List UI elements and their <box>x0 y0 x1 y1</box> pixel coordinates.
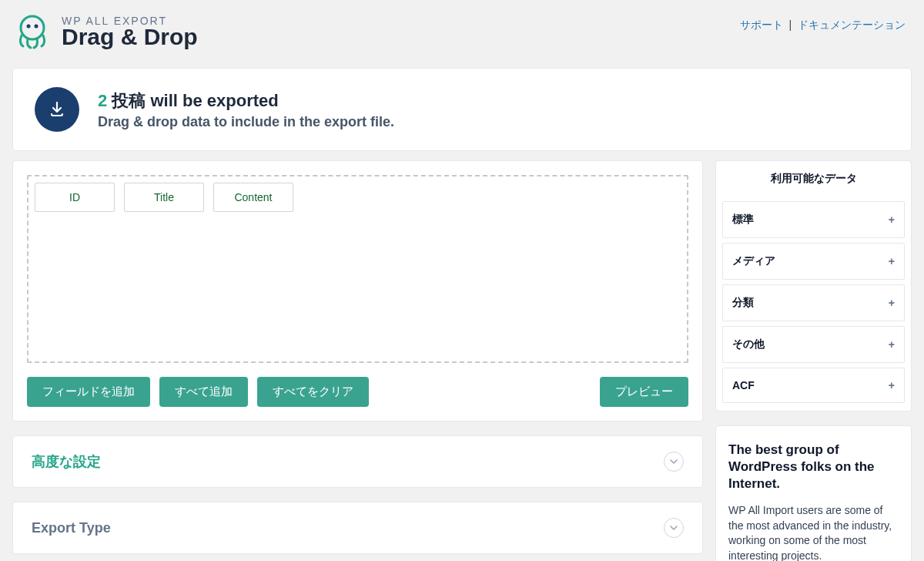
button-row: フィールドを追加 すべて追加 すべてをクリア プレビュー <box>27 377 688 407</box>
plus-icon: + <box>889 255 895 267</box>
main-row: ID Title Content フィールドを追加 すべて追加 すべてをクリア … <box>0 160 924 561</box>
brand-big: Drag & Drop <box>62 24 198 50</box>
builder-panel: ID Title Content フィールドを追加 すべて追加 すべてをクリア … <box>12 160 703 422</box>
data-group-taxonomy[interactable]: 分類 + <box>722 284 905 321</box>
field-chip[interactable]: Content <box>213 183 293 212</box>
preview-button[interactable]: プレビュー <box>600 377 688 407</box>
data-group-other[interactable]: その他 + <box>722 326 905 363</box>
brand: WP ALL EXPORT Drag & Drop <box>12 12 198 52</box>
promo-title: The best group of WordPress folks on the… <box>728 442 899 492</box>
data-group-acf[interactable]: ACF + <box>722 368 905 403</box>
export-type-panel[interactable]: Export Type <box>12 502 703 554</box>
field-dropzone[interactable]: ID Title Content <box>27 175 688 363</box>
data-group-standard[interactable]: 標準 + <box>722 201 905 238</box>
data-group-media[interactable]: メディア + <box>722 243 905 280</box>
promo-paragraph: WP All Import users are some of the most… <box>728 503 899 561</box>
data-group-label: その他 <box>732 338 765 351</box>
download-icon <box>35 87 79 132</box>
intro-text: 2 投稿 will be exported Drag & drop data t… <box>98 89 394 130</box>
intro-title: 2 投稿 will be exported <box>98 89 394 113</box>
right-column: 利用可能なデータ 標準 + メディア + 分類 + その他 + ACF + <box>715 160 912 561</box>
chevron-down-icon <box>664 518 684 538</box>
left-column: ID Title Content フィールドを追加 すべて追加 すべてをクリア … <box>12 160 703 554</box>
export-count: 2 <box>98 91 107 110</box>
link-separator: | <box>788 18 792 31</box>
advanced-settings-title: 高度な設定 <box>32 452 101 471</box>
brand-text: WP ALL EXPORT Drag & Drop <box>62 15 198 50</box>
header-links: サポート | ドキュメンテーション <box>740 18 906 32</box>
support-link[interactable]: サポート <box>740 18 783 31</box>
spacer <box>378 377 591 407</box>
intro-panel: 2 投稿 will be exported Drag & drop data t… <box>12 68 912 151</box>
plus-icon: + <box>889 297 895 309</box>
field-chip[interactable]: Title <box>124 183 204 212</box>
data-group-label: メディア <box>732 254 775 268</box>
field-chip[interactable]: ID <box>35 183 115 212</box>
add-field-button[interactable]: フィールドを追加 <box>27 377 150 407</box>
data-group-label: 分類 <box>732 296 754 310</box>
svg-point-1 <box>27 25 31 29</box>
logo-icon <box>12 12 52 52</box>
available-data-header: 利用可能なデータ <box>716 161 911 197</box>
svg-point-2 <box>35 25 38 29</box>
intro-title-rest: 投稿 will be exported <box>107 91 278 110</box>
promo-panel: The best group of WordPress folks on the… <box>715 425 912 561</box>
documentation-link[interactable]: ドキュメンテーション <box>798 18 906 31</box>
svg-point-0 <box>21 16 44 39</box>
data-group-label: 標準 <box>732 213 754 227</box>
available-data-panel: 利用可能なデータ 標準 + メディア + 分類 + その他 + ACF + <box>715 160 912 412</box>
clear-all-button[interactable]: すべてをクリア <box>257 377 369 407</box>
export-type-title: Export Type <box>32 520 111 536</box>
data-group-label: ACF <box>732 379 755 391</box>
advanced-settings-panel[interactable]: 高度な設定 <box>12 435 703 488</box>
plus-icon: + <box>889 379 895 391</box>
add-all-button[interactable]: すべて追加 <box>159 377 248 407</box>
intro-subtitle: Drag & drop data to include in the expor… <box>98 114 394 130</box>
page-header: WP ALL EXPORT Drag & Drop サポート | ドキュメンテー… <box>0 0 924 59</box>
plus-icon: + <box>889 213 895 226</box>
chevron-down-icon <box>664 452 684 472</box>
plus-icon: + <box>889 338 895 351</box>
